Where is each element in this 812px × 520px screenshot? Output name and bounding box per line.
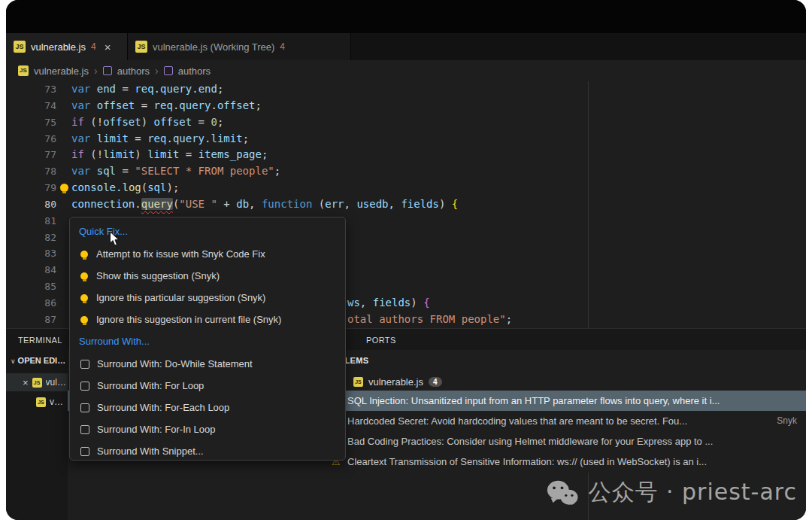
menu-item[interactable]: Surround With: Do-While Statement (70, 353, 345, 375)
menu-item[interactable]: Surround With: For-In Loop (70, 418, 345, 440)
line-number: 74 (6, 98, 56, 114)
menu-item-label: Surround With: Do-While Statement (97, 358, 253, 369)
code-token: err (325, 198, 344, 210)
problem-file-name: vulnerable.js (368, 376, 423, 388)
menu-item[interactable]: Ignore this suggestion in current file (… (70, 309, 345, 330)
code-token: ws (347, 296, 360, 309)
code-line[interactable]: 79console.log(sql); (6, 180, 806, 196)
code-token: sql (147, 181, 166, 193)
code-token: limit (211, 132, 243, 144)
code-token: limit (103, 148, 135, 160)
symbol-icon (164, 66, 173, 75)
code-token: , (249, 198, 262, 210)
breadcrumb-separator: › (155, 65, 159, 77)
tab-bar: JSvulnerable.js4×JSvulnerable.js (Workin… (6, 33, 806, 60)
code-token: items_page (198, 148, 262, 160)
code-line[interactable]: 73var end = req.query.end; (6, 81, 806, 98)
code-token: (! (90, 148, 103, 160)
editor-tab[interactable]: JSvulnerable.js4× (6, 33, 128, 60)
code-text: var end = req.query.end; (71, 81, 223, 98)
open-editor-label: vulnerable.js (46, 377, 68, 388)
code-text: connection.query("USE " + db, function (… (71, 196, 458, 213)
code-token: ( (319, 198, 325, 210)
open-editor-item[interactable]: ×JSvulnerable.js (6, 373, 68, 391)
code-token: req (147, 132, 166, 144)
menu-item-label: Surround With: For-In Loop (97, 424, 216, 435)
checkbox-icon (80, 382, 89, 391)
code-token: . (211, 99, 217, 111)
code-line[interactable]: 80connection.query("USE " + db, function… (6, 196, 806, 213)
breadcrumb-symbol[interactable]: authors (178, 65, 211, 77)
code-line[interactable]: 74var offset = req.query.offset; (6, 98, 806, 114)
lightbulb-icon[interactable] (60, 184, 68, 192)
titlebar (6, 0, 806, 33)
code-token: { (452, 198, 458, 210)
js-file-icon: JS (14, 41, 26, 53)
js-file-icon: JS (353, 377, 363, 387)
code-token: function (262, 198, 319, 210)
checkbox-icon (80, 403, 89, 412)
code-token: , (344, 198, 357, 210)
code-token: var (71, 83, 97, 95)
code-line[interactable]: 75if (!offset) offset = 0; (6, 114, 806, 131)
code-token: limit (97, 132, 129, 144)
problem-source: Snyk (777, 411, 797, 431)
code-token: ( (141, 181, 147, 193)
tab-close-icon[interactable]: × (105, 41, 111, 53)
line-number: 77 (6, 147, 56, 163)
editor-tab[interactable]: JSvulnerable.js (Working Tree)4 (128, 33, 351, 60)
menu-group-header: Surround With... (70, 330, 345, 353)
breadcrumb-symbol[interactable]: authors (117, 65, 150, 77)
code-line[interactable]: 78var sql = "SELECT * FROM people"; (6, 163, 806, 180)
problem-text: SQL Injection: Unsanitized input from an… (347, 395, 720, 406)
code-token: (! (90, 116, 103, 128)
line-number: 83 (6, 245, 56, 262)
code-token: "SELECT * FROM people" (135, 165, 274, 177)
code-token: = (116, 165, 135, 177)
code-token: end (97, 83, 116, 95)
checkbox-icon (80, 360, 89, 369)
close-icon[interactable]: × (23, 377, 29, 388)
code-token: , (389, 198, 401, 210)
menu-item[interactable]: Surround With: For-Each Loop (70, 397, 345, 418)
chevron-down-icon: ∨ (11, 357, 16, 365)
code-token: { (423, 296, 429, 309)
line-number: 80 (6, 196, 56, 213)
code-token: if (71, 148, 90, 160)
code-token: query (141, 198, 173, 210)
menu-item[interactable]: Surround With Snippet... (70, 440, 345, 461)
tab-terminal[interactable]: TERMINAL (18, 336, 62, 345)
line-number: 86 (6, 295, 56, 312)
code-token: ; (274, 165, 280, 177)
line-number: 82 (6, 230, 56, 246)
line-number: 73 (6, 81, 56, 98)
tab-ports[interactable]: PORTS (366, 336, 396, 345)
code-token: var (71, 99, 97, 111)
symbol-icon (103, 66, 112, 75)
code-token: ; (243, 132, 249, 144)
code-token: . (205, 132, 211, 144)
breadcrumb: JSvulnerable.js›authors›authors (6, 60, 806, 81)
code-line[interactable]: 76var limit = req.query.limit; (6, 131, 806, 147)
breadcrumb-file[interactable]: vulnerable.js (34, 65, 89, 77)
watermark: 公众号 · priest-arc (547, 477, 797, 508)
problem-text: Bad Coding Practices: Consider using Hel… (347, 436, 713, 447)
menu-item[interactable]: Show this suggestion (Snyk) (70, 265, 345, 287)
open-editors-header[interactable]: ∨OPEN EDITORS (11, 356, 66, 365)
code-token: limit (147, 148, 179, 160)
code-token: + (217, 198, 236, 210)
menu-item-label: Ignore this suggestion in current file (… (96, 314, 281, 325)
line-number: 75 (6, 114, 56, 131)
menu-item[interactable]: Ignore this particular suggestion (Snyk) (70, 287, 345, 309)
code-line[interactable]: 77if (!limit) limit = items_page; (6, 147, 806, 163)
menu-item[interactable]: Surround With: For Loop (70, 375, 345, 397)
code-token: . (135, 198, 141, 210)
menu-item-label: Surround With: For-Each Loop (97, 402, 229, 413)
menu-item-label: Show this suggestion (Snyk) (96, 270, 220, 281)
checkbox-icon (80, 425, 89, 434)
code-token: ; (262, 148, 268, 160)
problem-count-badge: 4 (429, 377, 442, 387)
tab-problem-badge: 4 (280, 41, 285, 52)
breadcrumb-separator: › (94, 65, 98, 77)
open-editor-item[interactable]: JSvulnerable.js (6, 393, 68, 411)
